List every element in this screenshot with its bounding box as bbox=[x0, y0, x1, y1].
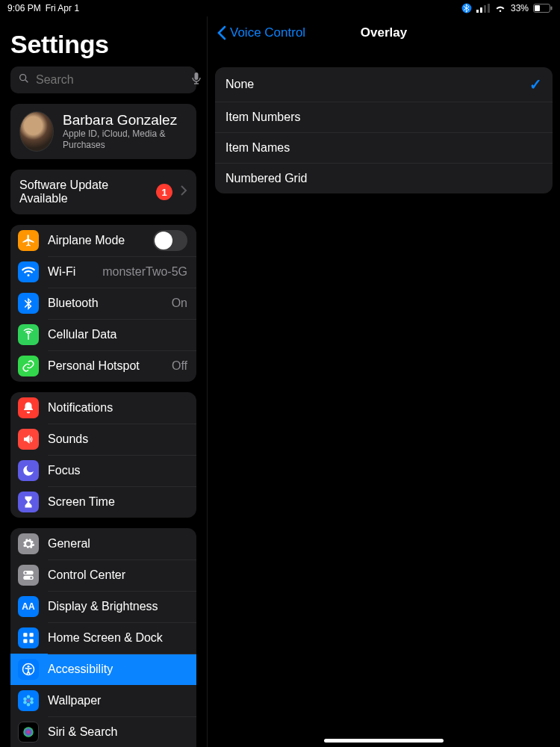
svg-rect-10 bbox=[195, 72, 199, 80]
search-input[interactable] bbox=[36, 73, 185, 87]
software-update-row[interactable]: Software Update Available 1 bbox=[10, 170, 196, 214]
svg-point-20 bbox=[28, 666, 30, 668]
settings-group: NotificationsSoundsFocusScreen Time bbox=[10, 392, 196, 518]
option-label: Item Numbers bbox=[225, 111, 300, 124]
svg-point-12 bbox=[25, 571, 27, 574]
svg-line-9 bbox=[25, 80, 28, 82]
sidebar-item-label: Display & Brightness bbox=[48, 600, 187, 613]
settings-groups: Airplane ModeWi-FimonsterTwo-5GBluetooth… bbox=[10, 225, 196, 747]
bell-icon bbox=[18, 397, 39, 418]
overlay-option-none[interactable]: None✓ bbox=[215, 67, 553, 102]
option-label: Item Names bbox=[225, 141, 290, 155]
toggles-icon bbox=[18, 565, 39, 586]
sidebar-item-control-center[interactable]: Control Center bbox=[10, 560, 196, 591]
overlay-option-numbered-grid[interactable]: Numbered Grid bbox=[215, 163, 553, 193]
status-bar: 9:06 PM Fri Apr 1 33% bbox=[0, 0, 560, 16]
svg-rect-17 bbox=[23, 639, 27, 643]
sidebar-item-label: Sounds bbox=[48, 433, 187, 446]
apple-id-card[interactable]: Barbara Gonzalez Apple ID, iCloud, Media… bbox=[10, 104, 196, 159]
profile-subtitle: Apple ID, iCloud, Media & Purchases bbox=[63, 128, 187, 151]
sidebar-item-wallpaper[interactable]: Wallpaper bbox=[10, 685, 196, 716]
svg-point-21 bbox=[27, 699, 31, 703]
sidebar-item-bluetooth[interactable]: BluetoothOn bbox=[10, 288, 196, 319]
svg-rect-1 bbox=[476, 10, 479, 13]
svg-rect-15 bbox=[23, 633, 27, 636]
svg-point-25 bbox=[27, 703, 31, 707]
cell-signal-icon bbox=[476, 4, 490, 13]
sidebar-item-value: On bbox=[172, 297, 187, 310]
software-update-label: Software Update Available bbox=[19, 179, 149, 205]
status-time: 9:06 PM bbox=[7, 3, 41, 13]
bluetooth-indicator-icon bbox=[461, 3, 472, 13]
svg-point-26 bbox=[23, 701, 27, 704]
update-badge: 1 bbox=[156, 184, 172, 200]
svg-point-23 bbox=[30, 698, 34, 701]
overlay-option-item-names[interactable]: Item Names bbox=[215, 132, 553, 163]
sidebar-item-notifications[interactable]: Notifications bbox=[10, 392, 196, 424]
svg-point-27 bbox=[23, 698, 27, 701]
back-label: Voice Control bbox=[230, 25, 305, 40]
sidebar-item-value: Off bbox=[172, 359, 187, 373]
sidebar-item-personal-hotspot[interactable]: Personal HotspotOff bbox=[10, 350, 196, 382]
sidebar-item-label: Personal Hotspot bbox=[48, 359, 163, 373]
settings-group: Airplane ModeWi-FimonsterTwo-5GBluetooth… bbox=[10, 225, 196, 382]
sidebar-item-value: monsterTwo-5G bbox=[102, 265, 187, 279]
sidebar-item-cellular-data[interactable]: Cellular Data bbox=[10, 319, 196, 350]
battery-icon bbox=[533, 4, 553, 13]
detail-title: Overlay bbox=[361, 25, 407, 40]
moon-icon bbox=[18, 460, 39, 481]
sidebar-item-display-brightness[interactable]: AADisplay & Brightness bbox=[10, 591, 196, 622]
bluetooth-icon bbox=[18, 293, 39, 314]
chevron-left-icon bbox=[217, 25, 227, 40]
sidebar-item-wi-fi[interactable]: Wi-FimonsterTwo-5G bbox=[10, 256, 196, 288]
svg-rect-3 bbox=[484, 5, 486, 13]
svg-point-8 bbox=[20, 75, 26, 81]
sidebar-item-home-screen-dock[interactable]: Home Screen & Dock bbox=[10, 622, 196, 654]
svg-rect-2 bbox=[480, 7, 482, 13]
option-label: None bbox=[225, 78, 254, 91]
hourglass-icon bbox=[18, 492, 39, 512]
link-icon bbox=[18, 356, 39, 376]
search-icon bbox=[18, 72, 30, 87]
sidebar-item-label: Airplane Mode bbox=[48, 234, 144, 247]
speaker-icon bbox=[18, 429, 39, 450]
search-field[interactable] bbox=[10, 66, 196, 93]
sidebar-item-label: Home Screen & Dock bbox=[48, 631, 187, 645]
airplane-icon bbox=[18, 230, 39, 251]
flower-icon bbox=[18, 690, 39, 711]
accessibility-icon bbox=[18, 659, 39, 680]
siri-icon bbox=[18, 722, 39, 743]
sidebar-item-label: Siri & Search bbox=[48, 725, 187, 739]
svg-rect-7 bbox=[551, 7, 553, 10]
sidebar-item-accessibility[interactable]: Accessibility bbox=[10, 654, 196, 685]
dictate-icon[interactable] bbox=[191, 72, 202, 88]
sidebar-item-label: Control Center bbox=[48, 568, 187, 582]
toggle[interactable] bbox=[153, 230, 187, 251]
sidebar-item-sounds[interactable]: Sounds bbox=[10, 424, 196, 455]
profile-name: Barbara Gonzalez bbox=[63, 112, 187, 128]
antenna-icon bbox=[18, 324, 39, 345]
chevron-right-icon bbox=[180, 185, 187, 199]
sidebar-item-screen-time[interactable]: Screen Time bbox=[10, 486, 196, 518]
sidebar-item-label: Focus bbox=[48, 464, 187, 477]
sidebar-item-label: Accessibility bbox=[48, 663, 187, 676]
sidebar-item-airplane-mode[interactable]: Airplane Mode bbox=[10, 225, 196, 256]
sidebar-item-label: Notifications bbox=[48, 401, 187, 415]
wifi-icon bbox=[494, 4, 506, 13]
gear-icon bbox=[18, 533, 39, 554]
page-title: Settings bbox=[10, 30, 196, 59]
back-button[interactable]: Voice Control bbox=[215, 16, 305, 49]
sidebar-item-focus[interactable]: Focus bbox=[10, 455, 196, 486]
svg-rect-18 bbox=[30, 639, 34, 643]
status-date: Fri Apr 1 bbox=[46, 3, 79, 13]
sidebar-item-label: Wi-Fi bbox=[48, 265, 93, 279]
overlay-options-list: None✓Item NumbersItem NamesNumbered Grid bbox=[215, 67, 553, 193]
home-indicator[interactable] bbox=[324, 739, 444, 743]
sidebar-item-general[interactable]: General bbox=[10, 528, 196, 560]
battery-pct: 33% bbox=[511, 3, 529, 13]
option-label: Numbered Grid bbox=[225, 172, 307, 185]
sidebar-item-siri-search[interactable]: Siri & Search bbox=[10, 716, 196, 747]
avatar bbox=[19, 111, 54, 152]
settings-group: GeneralControl CenterAADisplay & Brightn… bbox=[10, 528, 196, 747]
overlay-option-item-numbers[interactable]: Item Numbers bbox=[215, 102, 553, 132]
